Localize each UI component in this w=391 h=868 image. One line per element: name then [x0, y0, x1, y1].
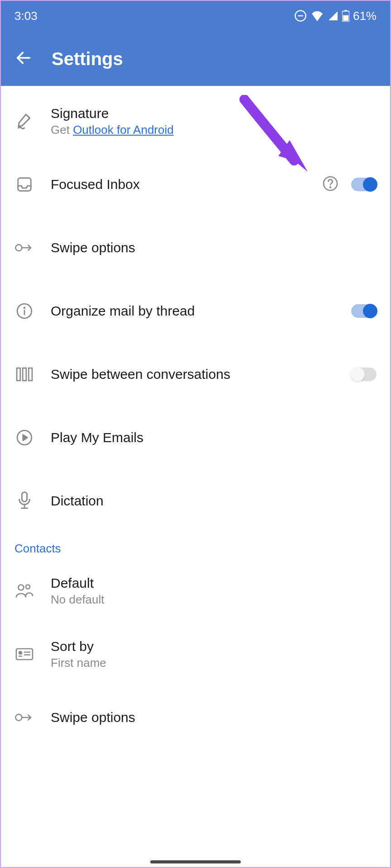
swipe-options-row[interactable]: Swipe options	[0, 216, 391, 279]
status-bar: 3:03 61%	[0, 0, 391, 32]
navigation-handle[interactable]	[150, 860, 241, 863]
svg-point-29	[15, 714, 22, 721]
focused-inbox-title: Focused Inbox	[51, 177, 306, 192]
swipe-between-toggle[interactable]	[351, 368, 377, 381]
focused-inbox-toggle[interactable]	[351, 178, 377, 191]
signal-icon	[328, 10, 339, 21]
battery-percent: 61%	[353, 9, 377, 23]
page-title: Settings	[52, 49, 123, 69]
svg-point-22	[19, 585, 24, 590]
svg-rect-24	[16, 649, 33, 660]
svg-rect-6	[18, 178, 31, 191]
organize-thread-row[interactable]: Organize mail by thread	[0, 279, 391, 343]
dnd-icon	[294, 9, 307, 22]
swipe-icon	[15, 241, 34, 254]
svg-rect-19	[22, 492, 27, 502]
sort-by-sub: First name	[51, 656, 377, 670]
contacts-swipe-options-row[interactable]: Swipe options	[0, 686, 391, 749]
status-icons: 61%	[294, 9, 377, 23]
organize-thread-title: Organize mail by thread	[51, 303, 335, 319]
signature-icon	[15, 112, 33, 130]
svg-point-13	[24, 307, 25, 308]
swipe-between-row[interactable]: Swipe between conversations	[0, 343, 391, 406]
play-circle-icon	[16, 429, 33, 446]
columns-icon	[15, 366, 33, 382]
arrow-left-icon	[14, 49, 33, 67]
inbox-icon	[16, 176, 33, 193]
dictation-title: Dictation	[51, 493, 377, 509]
swipe-icon	[15, 711, 34, 724]
contacts-default-sub: No default	[51, 593, 377, 607]
svg-point-25	[19, 651, 22, 654]
svg-rect-16	[29, 368, 32, 381]
id-card-icon	[15, 647, 34, 661]
signature-subtitle: Get Outlook for Android	[51, 123, 377, 137]
mic-icon	[17, 491, 32, 510]
svg-point-9	[15, 245, 22, 251]
organize-thread-toggle[interactable]	[351, 304, 377, 318]
battery-icon	[342, 10, 349, 22]
signature-title: Signature	[51, 106, 377, 121]
sort-by-title: Sort by	[51, 639, 377, 654]
svg-rect-3	[344, 10, 347, 11]
contacts-swipe-options-title: Swipe options	[51, 710, 377, 725]
contacts-default-title: Default	[51, 576, 377, 591]
dictation-row[interactable]: Dictation	[0, 469, 391, 533]
settings-list: Signature Get Outlook for Android Focuse…	[0, 86, 391, 753]
signature-row[interactable]: Signature Get Outlook for Android	[0, 90, 391, 153]
contacts-default-row[interactable]: Default No default	[0, 559, 391, 623]
swipe-between-title: Swipe between conversations	[51, 367, 335, 382]
help-button[interactable]	[322, 175, 339, 193]
svg-rect-15	[23, 368, 26, 381]
svg-marker-18	[23, 435, 28, 441]
svg-point-23	[26, 585, 30, 589]
help-circle-icon	[322, 175, 339, 192]
svg-rect-14	[17, 368, 20, 381]
status-time: 3:03	[14, 9, 38, 23]
app-bar: Settings	[0, 32, 391, 86]
contacts-section-header: Contacts	[0, 533, 391, 559]
focused-inbox-row[interactable]: Focused Inbox	[0, 153, 391, 216]
wifi-icon	[310, 10, 324, 21]
people-icon	[15, 583, 34, 599]
swipe-options-title: Swipe options	[51, 240, 377, 255]
sort-by-row[interactable]: Sort by First name	[0, 623, 391, 686]
outlook-link[interactable]: Outlook for Android	[73, 123, 174, 137]
svg-point-8	[330, 187, 331, 188]
info-icon	[16, 302, 33, 320]
play-my-emails-title: Play My Emails	[51, 430, 377, 445]
play-my-emails-row[interactable]: Play My Emails	[0, 406, 391, 469]
back-button[interactable]	[14, 49, 33, 69]
svg-rect-4	[343, 15, 348, 21]
